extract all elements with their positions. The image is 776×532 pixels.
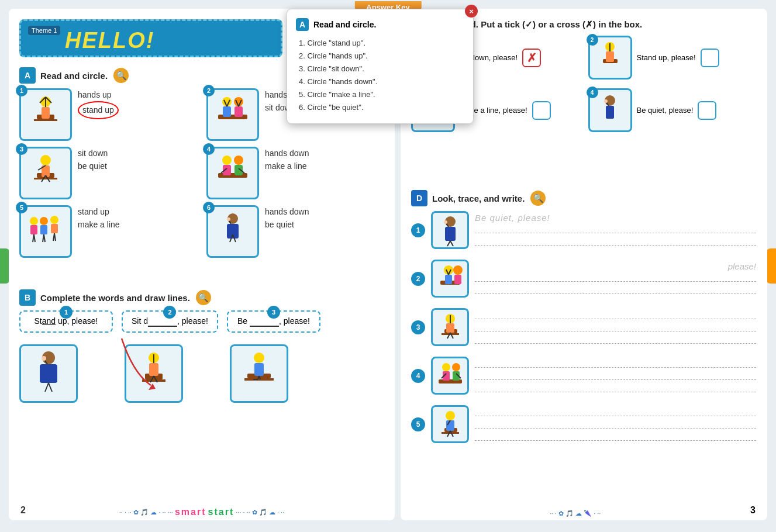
fill-num-2: 2: [163, 306, 176, 319]
svg-rect-96: [454, 275, 461, 284]
section-d-badge: D: [411, 190, 427, 206]
popup-a-badge: A: [296, 18, 309, 31]
section-c-item-2: 2 Stand up, please!: [588, 36, 757, 80]
item-img-4: [206, 147, 259, 199]
d-trace-2: please!: [728, 261, 756, 271]
svg-rect-1: [34, 119, 57, 121]
svg-point-18: [40, 155, 51, 165]
svg-rect-116: [446, 420, 454, 431]
svg-point-89: [444, 220, 447, 224]
svg-line-52: [45, 383, 49, 392]
theme-header: Theme 1 HELLO!: [19, 19, 282, 57]
svg-point-30: [30, 217, 38, 225]
fill-box-2: 2 Sit d , please!: [122, 310, 218, 333]
svg-rect-35: [51, 224, 58, 233]
d-num-3: 3: [411, 320, 425, 334]
popup-close-button[interactable]: ×: [465, 5, 478, 18]
d-num-4: 4: [411, 369, 425, 383]
popup-box: × A Read and circle. 1. Circle "stand up…: [287, 9, 474, 124]
section-d-search-icon[interactable]: 🔍: [530, 191, 546, 206]
item-text-4: hands down make a line: [265, 147, 309, 173]
svg-point-34: [50, 216, 58, 224]
section-b: B Complete the words and draw lines. 🔍 1…: [19, 289, 388, 403]
svg-rect-9: [223, 106, 231, 117]
c-text-2: Stand up, please!: [637, 53, 696, 62]
c-checkbox-3[interactable]: [532, 101, 551, 120]
section-d-item-1: 1 Be quiet, please!: [411, 211, 756, 249]
svg-line-53: [49, 383, 52, 392]
d-img-5: [431, 405, 469, 443]
circled-text-1: stand up: [78, 101, 119, 119]
section-a-badge: A: [19, 67, 36, 84]
c-img-2: 2: [588, 36, 632, 80]
svg-point-26: [234, 156, 243, 165]
section-d: D Look, trace, and write. 🔍 1: [411, 190, 756, 454]
svg-line-37: [34, 234, 35, 242]
d-img-2: [431, 260, 469, 298]
c-checkbox-4[interactable]: [698, 101, 716, 120]
item-num-1: 1: [16, 85, 27, 96]
svg-rect-11: [234, 106, 243, 117]
svg-point-32: [40, 217, 48, 225]
popup-item-6: 6. Circle "be quiet".: [299, 101, 464, 114]
svg-rect-55: [142, 379, 165, 382]
theme-label: Theme 1: [28, 26, 60, 35]
svg-line-39: [44, 234, 45, 242]
section-d-title: Look, trace, and write.: [432, 194, 525, 203]
popup-item-4: 4. Circle "hands down".: [299, 75, 464, 88]
svg-rect-43: [227, 224, 239, 239]
d-lines-2: please!: [475, 261, 756, 296]
section-d-item-5: 5: [411, 405, 756, 443]
c-img-4: 4: [588, 88, 632, 132]
svg-rect-3: [42, 107, 50, 119]
item-num-2: 2: [203, 85, 215, 96]
svg-rect-49: [40, 364, 57, 383]
section-a-item-6: 6 hands: [206, 205, 388, 258]
d-img-3: [431, 308, 469, 346]
popup-item-1: 1. Circle "stand up".: [299, 37, 464, 50]
item-num-6: 6: [203, 202, 215, 213]
section-a-item-3: 3: [19, 147, 201, 199]
fill-box-3: 3 Be , please!: [227, 310, 320, 333]
c-checkbox-1[interactable]: ✗: [522, 49, 541, 67]
section-a-search-icon[interactable]: 🔍: [113, 68, 129, 83]
section-d-item-4: 4: [411, 357, 756, 395]
left-sidebar-tab: [0, 248, 9, 284]
section-a-title: Read and circle.: [40, 71, 108, 81]
item-text-5: stand up make a line: [78, 205, 120, 232]
item-img-3: [19, 147, 72, 199]
d-img-1: [431, 211, 469, 249]
svg-point-109: [452, 363, 460, 371]
section-a-item-5: 5: [19, 205, 201, 258]
fill-img-2: [125, 344, 183, 403]
section-d-item-2: 2 please!: [411, 260, 756, 298]
item-img-2: [206, 88, 259, 141]
svg-rect-17: [34, 178, 57, 179]
c-checkbox-2[interactable]: [701, 49, 719, 67]
svg-point-115: [446, 411, 455, 420]
svg-rect-62: [244, 378, 274, 381]
svg-rect-74: [606, 51, 614, 62]
fill-boxes-row: 1 Stand up, please! 2 Sit d , please! 3 …: [19, 310, 388, 333]
svg-rect-33: [40, 225, 47, 234]
theme-title: HELLO!: [65, 28, 154, 53]
svg-point-45: [227, 217, 230, 221]
page-num-right: 3: [750, 505, 756, 516]
popup-item-3: 3. Circle "sit down".: [299, 63, 464, 75]
section-a-item-4: 4: [206, 147, 388, 199]
d-lines-1: Be quiet, please!: [475, 213, 756, 247]
section-b-title: Complete the words and draw lines.: [40, 293, 190, 303]
right-sidebar-tab: [767, 248, 776, 284]
d-lines-3: [475, 309, 756, 346]
svg-rect-31: [30, 225, 37, 234]
svg-rect-7: [218, 115, 247, 119]
fill-images-row: [19, 344, 388, 403]
section-b-search-icon[interactable]: 🔍: [196, 290, 211, 305]
item-num-3: 3: [16, 143, 27, 155]
popup-list: 1. Circle "stand up". 2. Circle "hands u…: [296, 37, 464, 115]
d-num-5: 5: [411, 417, 425, 431]
fill-box-1: 1 Stand up, please!: [19, 310, 113, 333]
svg-line-91: [450, 241, 453, 246]
item-text-1: hands up stand up: [78, 88, 119, 119]
svg-point-63: [254, 353, 264, 363]
